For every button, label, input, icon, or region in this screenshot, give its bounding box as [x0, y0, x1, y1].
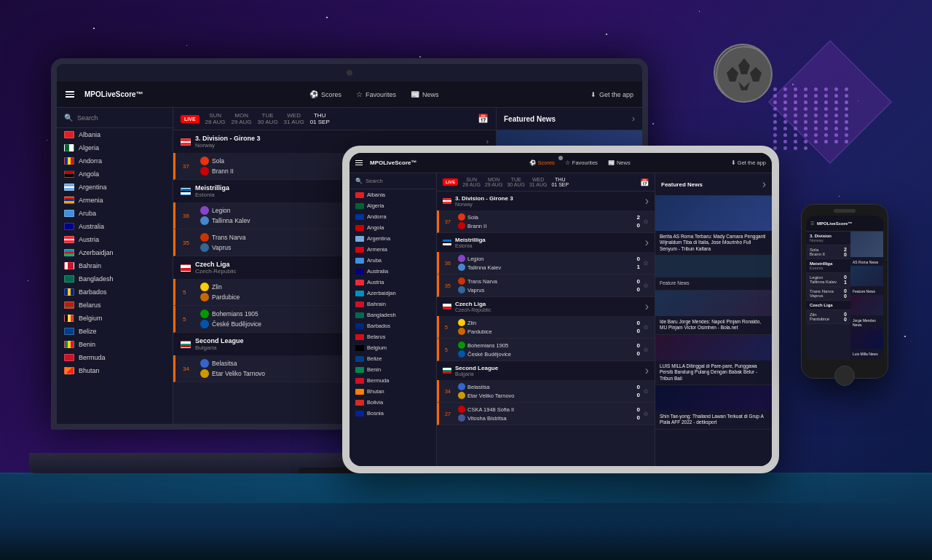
t-country-algeria[interactable]: Algeria — [350, 200, 436, 211]
t-country-bolivia[interactable]: Bolivia — [350, 397, 436, 408]
tablet-ball-icon: ⚽ — [529, 159, 536, 166]
tablet-calendar-icon[interactable]: 📅 — [640, 178, 649, 186]
tablet-hamburger-icon[interactable] — [355, 160, 363, 166]
t-country-benin[interactable]: Benin — [350, 364, 436, 375]
country-australia[interactable]: Australia — [57, 220, 173, 233]
t-match-legion[interactable]: 36 Legion Tallinna Kalev 01 ☆ — [437, 252, 655, 275]
country-angola[interactable]: Angola — [57, 167, 173, 181]
country-aruba[interactable]: Aruba — [57, 207, 173, 220]
country-azerbaidjan[interactable]: Azerbaidjan — [57, 246, 173, 259]
country-name-bangladesh: Bangladesh — [79, 275, 114, 283]
phone-hamburger-icon[interactable]: ☰ — [810, 221, 814, 226]
t-match-sola[interactable]: 37 Sola Brann II 20 ☆ — [437, 210, 655, 233]
country-name-azerbaidjan: Azerbaidjan — [79, 249, 114, 256]
t-news-item-1[interactable]: Berita AS Roma Terbaru: Mady Camara Peng… — [655, 196, 772, 256]
t-league-norway[interactable]: 3. Division - Girone 3 Norway › — [437, 192, 655, 210]
t-league-czech[interactable]: Czech Liga Czech-Republic › — [437, 297, 655, 316]
country-bermuda[interactable]: Bermuda — [57, 351, 173, 364]
t-country-bhutan[interactable]: Bhutan — [350, 386, 436, 397]
t-date-thu[interactable]: THU01 SEP — [551, 177, 569, 187]
country-bahrain[interactable]: Bahrain — [57, 259, 173, 272]
nav-news[interactable]: 📰 News — [411, 90, 439, 98]
t-match-cska[interactable]: 27 CSKA 1948 Sofia II Vitosha Bistritsa … — [437, 403, 655, 425]
t-country-albania[interactable]: Albania — [350, 189, 436, 200]
tablet-nav-news[interactable]: 📰 News — [608, 159, 631, 166]
t-date-mon[interactable]: MON29 AUG — [485, 177, 503, 187]
date-tab-thu[interactable]: THU01 SEP — [310, 112, 330, 125]
phone-match-4[interactable]: ZlinPardubice 00 — [806, 310, 850, 324]
tablet-nav-scores[interactable]: ⚽ Scores — [529, 159, 555, 166]
app-header: MPOLiveScore™ ⚽ Scores ☆ Favourites 📰 Ne… — [57, 82, 642, 108]
t-news-item-5[interactable]: Shin Tae-yong: Thailand Lawan Terkuat di… — [655, 385, 772, 430]
tablet-country-list: Albania Algeria Andorra Angola Argentina… — [350, 189, 436, 419]
nav-favourites-label: Favourites — [366, 91, 396, 98]
country-algeria[interactable]: Algeria — [57, 141, 173, 154]
date-tab-mon[interactable]: MON29 AUG — [232, 112, 252, 125]
get-app-button[interactable]: ⬇ Get the app — [591, 91, 633, 98]
date-tab-sun[interactable]: SUN28 AUG — [205, 112, 226, 125]
calendar-icon[interactable]: 📅 — [478, 114, 489, 124]
country-albania[interactable]: Albania — [57, 128, 173, 141]
tablet-news-title: Featured News — [661, 181, 703, 188]
tablet-get-app-label: Get the app — [738, 159, 766, 166]
t-match-zlin[interactable]: 5 Zlin Pardubice 00 ☆ — [437, 316, 655, 339]
t-league-bulgaria[interactable]: Second League Bulgaria › — [437, 361, 655, 380]
nav-favourites[interactable]: ☆ Favourites — [356, 90, 396, 98]
phone-match-2[interactable]: LegionTallinna Kalev 01 — [806, 273, 850, 287]
t-country-belgium[interactable]: Belgium — [350, 342, 436, 353]
t-news-item-3[interactable]: Ide Baru Jorge Mendes: Napoli Pinjam Ron… — [655, 291, 772, 335]
country-argentina[interactable]: Argentina — [57, 181, 173, 194]
t-match-bohemians[interactable]: 5 Bohemians 1905 České Budějovice 00 ☆ — [437, 339, 655, 361]
phone-screen: ☰ MPOLiveScore™ 3. Division Norway SolaB… — [806, 216, 883, 360]
nav-scores-label: Scores — [321, 91, 341, 98]
t-league-estonia[interactable]: Meistrilliga Estonia › — [437, 233, 655, 252]
t-date-sun[interactable]: SUN28 AUG — [462, 177, 481, 187]
country-bangladesh[interactable]: Bangladesh — [57, 272, 173, 285]
t-news-item-4[interactable]: LUIS MILLA Ditinggal di Pare-pare, Pungg… — [655, 335, 772, 385]
country-belgium[interactable]: Belgium — [57, 312, 173, 325]
country-belize[interactable]: Belize — [57, 325, 173, 338]
t-country-belarus[interactable]: Belarus — [350, 331, 436, 342]
t-country-andorra[interactable]: Andorra — [350, 211, 436, 222]
search-placeholder: Search — [77, 114, 98, 122]
t-country-belize[interactable]: Belize — [350, 353, 436, 364]
t-country-barbados[interactable]: Barbados — [350, 320, 436, 331]
country-armenia[interactable]: Armenia — [57, 194, 173, 207]
t-match-transnarva[interactable]: 35 Trans Narva Vaprus 00 ☆ — [437, 275, 655, 297]
t-country-austria[interactable]: Austria — [350, 277, 436, 288]
t-date-tue[interactable]: TUE30 AUG — [507, 177, 525, 187]
t-country-armenia[interactable]: Armenia — [350, 244, 436, 255]
t-country-bangladesh[interactable]: Bangladesh — [350, 309, 436, 320]
t-match-belasitsa[interactable]: 34 Belasitsa Etar Veliko Tarnovo 00 ☆ — [437, 380, 655, 403]
country-name-algeria: Algeria — [79, 144, 99, 151]
date-tab-tue[interactable]: TUE30 AUG — [258, 112, 278, 125]
match-minute-1: 37 — [183, 163, 196, 170]
tablet-nav-favourites[interactable]: ☆ Favourites — [565, 159, 598, 166]
phone-match-3[interactable]: Trans NarvaVaprus 00 — [806, 287, 850, 301]
hamburger-icon[interactable] — [66, 91, 74, 98]
t-news-item-2[interactable]: Feature News — [655, 256, 772, 290]
t-country-bahrain[interactable]: Bahrain — [350, 299, 436, 309]
country-andorra[interactable]: Andorra — [57, 154, 173, 167]
tablet-news-arrow[interactable]: › — [762, 178, 766, 191]
t-country-aruba[interactable]: Aruba — [350, 255, 436, 266]
t-country-bosnia[interactable]: Bosnia — [350, 408, 436, 419]
country-barbados[interactable]: Barbados — [57, 285, 173, 299]
t-country-azerbaidjan[interactable]: Azerbaidjan — [350, 288, 436, 299]
t-country-australia[interactable]: Australia — [350, 266, 436, 277]
nav-scores[interactable]: ⚽ Scores — [309, 90, 341, 98]
phone-home-button[interactable] — [834, 366, 855, 386]
date-tab-wed[interactable]: WED31 AUG — [284, 112, 304, 125]
country-benin[interactable]: Benin — [57, 338, 173, 351]
phone-news-text-2: Feature News — [850, 288, 883, 295]
t-country-bermuda[interactable]: Bermuda — [350, 375, 436, 386]
t-date-wed[interactable]: WED31 AUG — [529, 177, 548, 187]
t-country-argentina[interactable]: Argentina — [350, 233, 436, 244]
news-more-arrow[interactable]: › — [632, 114, 635, 124]
country-austria[interactable]: Austria — [57, 233, 173, 246]
t-country-angola[interactable]: Angola — [350, 222, 436, 233]
phone-match-1[interactable]: SolaBrann II 20 — [806, 245, 850, 259]
country-belarus[interactable]: Belarus — [57, 299, 173, 312]
country-bhutan[interactable]: Bhutan — [57, 364, 173, 377]
tablet-get-app[interactable]: ⬇ Get the app — [731, 159, 766, 166]
